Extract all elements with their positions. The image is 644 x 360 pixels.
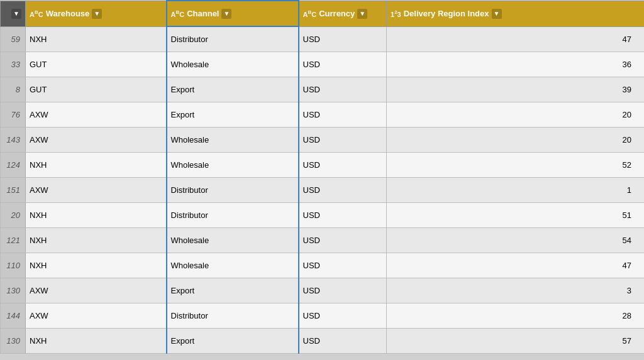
num-icon-delivery: 123 (391, 9, 401, 18)
cell-index: 8 (1, 77, 26, 102)
abc-icon-currency: ABC (303, 9, 317, 18)
table-row: 151AXWDistributorUSD1 (1, 177, 645, 202)
cell-channel: Wholesale (167, 227, 299, 253)
cell-channel: Distributor (167, 26, 299, 52)
cell-currency: USD (299, 52, 387, 77)
cell-channel: Export (167, 102, 299, 127)
cell-currency: USD (299, 177, 387, 202)
delivery-filter-icon[interactable]: ▼ (492, 9, 502, 19)
cell-currency: USD (299, 303, 387, 328)
cell-delivery: 36 (387, 52, 645, 77)
cell-delivery: 51 (387, 202, 645, 227)
cell-index: 124 (1, 152, 26, 177)
cell-warehouse: GUT (26, 77, 167, 102)
table-row: 8GUTExportUSD39 (1, 77, 645, 102)
cell-warehouse: AXW (26, 127, 167, 152)
cell-index: 20 (1, 202, 26, 227)
warehouse-filter-icon[interactable]: ▼ (92, 9, 102, 19)
table-row: 76AXWExportUSD20 (1, 102, 645, 127)
table-row: 130NXHExportUSD57 (1, 328, 645, 353)
table-row: 121NXHWholesaleUSD54 (1, 227, 645, 253)
cell-index: 130 (1, 328, 26, 353)
cell-channel: Wholesale (167, 127, 299, 152)
column-header-currency[interactable]: ABC Currency ▼ (299, 1, 387, 26)
cell-delivery: 3 (387, 278, 645, 303)
table-row: 20NXHDistributorUSD51 (1, 202, 645, 227)
cell-delivery: 39 (387, 77, 645, 102)
cell-currency: USD (299, 127, 387, 152)
cell-delivery: 57 (387, 328, 645, 353)
cell-currency: USD (299, 26, 387, 52)
cell-channel: Export (167, 278, 299, 303)
cell-channel: Distributor (167, 303, 299, 328)
cell-index: 130 (1, 278, 26, 303)
cell-channel: Export (167, 328, 299, 353)
cell-delivery: 52 (387, 152, 645, 177)
cell-currency: USD (299, 328, 387, 353)
cell-index: 151 (1, 177, 26, 202)
cell-index: 110 (1, 253, 26, 278)
cell-warehouse: GUT (26, 52, 167, 77)
cell-channel: Distributor (167, 177, 299, 202)
table-row: 130AXWExportUSD3 (1, 278, 645, 303)
cell-delivery: 20 (387, 102, 645, 127)
cell-currency: USD (299, 227, 387, 253)
column-header-warehouse[interactable]: ABC Warehouse ▼ (26, 1, 167, 26)
cell-index: 121 (1, 227, 26, 253)
cell-channel: Distributor (167, 202, 299, 227)
abc-icon-channel: ABC (171, 9, 185, 18)
sort-icon[interactable]: ▼ (11, 9, 21, 19)
cell-currency: USD (299, 278, 387, 303)
currency-filter-icon[interactable]: ▼ (357, 9, 367, 19)
cell-warehouse: NXH (26, 202, 167, 227)
cell-warehouse: NXH (26, 152, 167, 177)
table-row: 144AXWDistributorUSD28 (1, 303, 645, 328)
cell-delivery: 20 (387, 127, 645, 152)
cell-warehouse: NXH (26, 253, 167, 278)
cell-warehouse: NXH (26, 26, 167, 52)
cell-channel: Wholesale (167, 152, 299, 177)
cell-index: 143 (1, 127, 26, 152)
table-row: 110NXHWholesaleUSD47 (1, 253, 645, 278)
table-row: 59NXHDistributorUSD47 (1, 26, 645, 52)
column-header-channel[interactable]: ABC Channel ▼ (167, 1, 299, 26)
cell-warehouse: AXW (26, 177, 167, 202)
channel-label: Channel (187, 9, 219, 18)
warehouse-label: Warehouse (46, 9, 90, 18)
cell-index: 76 (1, 102, 26, 127)
cell-currency: USD (299, 102, 387, 127)
cell-warehouse: AXW (26, 102, 167, 127)
cell-channel: Export (167, 77, 299, 102)
delivery-label: Delivery Region Index (404, 9, 489, 18)
cell-warehouse: NXH (26, 227, 167, 253)
data-table: ▼ ABC Warehouse ▼ ABC Channel ▼ (0, 0, 644, 360)
cell-warehouse: AXW (26, 303, 167, 328)
cell-index: 59 (1, 26, 26, 52)
column-header-delivery[interactable]: 123 Delivery Region Index ▼ (387, 1, 645, 26)
table-row: 143AXWWholesaleUSD20 (1, 127, 645, 152)
channel-filter-icon[interactable]: ▼ (221, 9, 231, 19)
cell-delivery: 47 (387, 26, 645, 52)
cell-channel: Wholesale (167, 253, 299, 278)
currency-label: Currency (319, 9, 355, 18)
cell-delivery: 47 (387, 253, 645, 278)
cell-warehouse: AXW (26, 278, 167, 303)
abc-icon-warehouse: ABC (30, 9, 43, 18)
table-row: 124NXHWholesaleUSD52 (1, 152, 645, 177)
table-row: 33GUTWholesaleUSD36 (1, 52, 645, 77)
cell-currency: USD (299, 77, 387, 102)
cell-delivery: 54 (387, 227, 645, 253)
cell-currency: USD (299, 253, 387, 278)
column-header-index[interactable]: ▼ (1, 1, 26, 26)
cell-delivery: 28 (387, 303, 645, 328)
cell-warehouse: NXH (26, 328, 167, 353)
cell-index: 144 (1, 303, 26, 328)
cell-currency: USD (299, 202, 387, 227)
cell-currency: USD (299, 152, 387, 177)
cell-index: 33 (1, 52, 26, 77)
cell-delivery: 1 (387, 177, 645, 202)
cell-channel: Wholesale (167, 52, 299, 77)
